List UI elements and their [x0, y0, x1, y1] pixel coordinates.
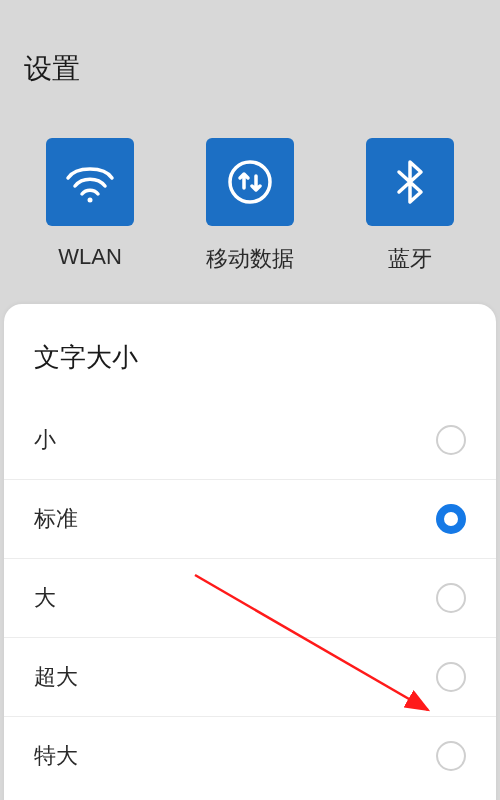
svg-point-1 — [230, 162, 270, 202]
text-size-panel: 文字大小 小 标准 大 超大 特大 — [4, 304, 496, 800]
bluetooth-icon — [366, 138, 454, 226]
radio-selected[interactable] — [436, 504, 466, 534]
tile-label: 蓝牙 — [388, 244, 432, 274]
wifi-icon — [46, 138, 134, 226]
option-xxlarge[interactable]: 特大 — [4, 717, 496, 795]
panel-title: 文字大小 — [4, 340, 496, 401]
radio-unselected[interactable] — [436, 741, 466, 771]
svg-point-0 — [88, 198, 93, 203]
page-title: 设置 — [24, 50, 476, 88]
tile-mobile-data[interactable]: 移动数据 — [206, 138, 294, 274]
option-label: 特大 — [34, 741, 78, 771]
radio-unselected[interactable] — [436, 662, 466, 692]
tile-bluetooth[interactable]: 蓝牙 — [366, 138, 454, 274]
option-large[interactable]: 大 — [4, 559, 496, 638]
tile-label: WLAN — [58, 244, 122, 270]
option-standard[interactable]: 标准 — [4, 480, 496, 559]
option-xlarge[interactable]: 超大 — [4, 638, 496, 717]
radio-unselected[interactable] — [436, 425, 466, 455]
option-label: 超大 — [34, 662, 78, 692]
data-icon — [206, 138, 294, 226]
option-label: 小 — [34, 425, 56, 455]
option-small[interactable]: 小 — [4, 401, 496, 480]
tile-wlan[interactable]: WLAN — [46, 138, 134, 274]
radio-unselected[interactable] — [436, 583, 466, 613]
option-label: 标准 — [34, 504, 78, 534]
quick-tiles: WLAN 移动数据 蓝牙 — [0, 118, 500, 304]
option-label: 大 — [34, 583, 56, 613]
settings-header: 设置 — [0, 0, 500, 118]
tile-label: 移动数据 — [206, 244, 294, 274]
